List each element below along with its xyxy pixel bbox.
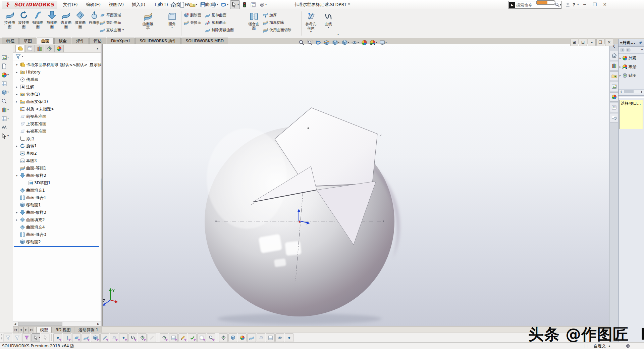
file-explorer-tab-button[interactable] [610,71,619,81]
dropdown-caret-icon[interactable]: ▾ [7,56,9,59]
view-orientation-button[interactable]: ▾ [331,39,340,46]
menu-item[interactable]: 文件(F) [60,0,81,9]
ribbon-small-button[interactable]: 删除面 [184,12,201,18]
dropdown-caret-icon[interactable]: ▾ [7,108,9,111]
dropdown-caret-icon[interactable]: ▾ [217,3,218,6]
tree-item[interactable]: 曲面填充4 [13,223,101,231]
document-tab[interactable]: 模型 [36,327,52,333]
left-toolbar-button[interactable] [0,62,13,70]
nav-back-icon[interactable]: ◀ [620,48,625,52]
sketch-point[interactable] [308,128,309,129]
ribbon-small-button[interactable]: 延伸曲面 [205,12,234,18]
custom-properties-tab-button[interactable] [610,103,619,112]
featuremanager-tab[interactable] [15,45,25,52]
left-toolbar-button[interactable] [0,79,13,88]
expand-arrow-icon[interactable]: ▸ [620,56,621,60]
dropdown-caret-icon[interactable]: ▾ [338,41,339,44]
left-toolbar-button[interactable]: ▾ [0,88,13,97]
ribbon-small-button[interactable]: 直纹曲面▾ [100,27,124,33]
ribbon-small-button[interactable]: 等距曲面 [100,19,124,26]
expand-arrow-icon[interactable]: ▸ [15,93,19,96]
filter-toggle-button[interactable] [3,333,12,342]
help-icon[interactable]: ? [573,2,575,7]
select-cursor-button[interactable]: ▾ [32,333,40,342]
command-tab[interactable]: SOLIDWORKS MBD [181,38,228,44]
edit-appearance-button[interactable] [361,39,368,46]
dropdown-caret-icon[interactable]: ▾ [227,3,228,6]
tree-item[interactable]: 草图3 [13,157,101,164]
filter-axes-button[interactable] [100,333,109,342]
help-caret-icon[interactable]: ▾ [577,3,579,6]
dropdown-caret-icon[interactable]: ▾ [7,117,9,120]
dropdown-caret-icon[interactable]: ▾ [358,41,359,44]
open-button[interactable]: ▾ [189,0,198,9]
command-tab[interactable]: 评估 [89,38,106,44]
new-document-button[interactable]: ▾ [178,0,188,9]
print-button[interactable]: ▾ [209,0,219,9]
expand-arrow-icon[interactable]: ▾ [15,174,19,177]
quick-snap-8-button[interactable] [285,333,293,342]
section-view-button[interactable] [323,39,330,46]
last-tab-icon[interactable]: ▶| [29,327,34,333]
dimxpert-manager-tab[interactable] [45,45,54,52]
home-tab-button[interactable] [610,51,619,60]
user-account-icon[interactable] [565,2,571,8]
ribbon-small-button[interactable]: 替换面 [184,19,201,26]
dropdown-caret-icon[interactable]: ▾ [122,29,124,31]
document-tab[interactable]: 运动算例 1 [75,327,102,333]
tree-item[interactable]: ▸曲面实体(3) [13,98,101,105]
dropdown-caret-icon[interactable]: ▾ [196,3,197,6]
command-tab[interactable]: 曲面 [37,38,54,44]
appearance-tree-item[interactable]: ▸布景 [619,62,644,71]
menu-item[interactable]: 编辑(E) [83,0,104,9]
restore-doc-button[interactable]: ❐ [596,39,604,46]
filters-active-button[interactable] [22,333,31,342]
search-caret-icon[interactable]: ▾ [560,4,561,6]
tree-item[interactable]: 草图2 [13,150,101,157]
ribbon-button[interactable]: 扫描曲面 [31,9,45,36]
command-tab[interactable]: 钣金 [54,38,71,44]
close-doc-button[interactable]: × [605,39,613,46]
ribbon-small-button[interactable]: 加厚 [263,12,291,18]
quick-snap-7-button[interactable] [275,333,284,342]
filter-vertices-button[interactable] [53,333,62,342]
ribbon-small-button[interactable]: 使用曲面切除 [263,27,291,33]
expand-arrow-icon[interactable]: ▸ [620,74,621,77]
scroll-left-icon[interactable]: ◀ [13,322,17,326]
ribbon-button[interactable]: 填充曲面 [73,9,87,36]
filter-midpoints-button[interactable] [138,333,147,342]
filter-caret-icon[interactable]: ▾ [22,55,23,58]
task-pane-header[interactable]: «外观... [619,39,644,47]
quick-snap-4-button[interactable] [247,333,256,342]
ribbon-small-button[interactable]: 平面区域 [100,12,124,18]
prev-tab-icon[interactable]: ◀ [18,327,23,333]
next-tab-icon[interactable]: ▶ [23,327,29,333]
menu-item[interactable]: 插入(I) [128,0,149,9]
display-style-button[interactable]: ▾ [341,39,350,46]
pane-horizontal-scrollbar[interactable]: ❮ ❯ [619,89,644,94]
scrollbar-thumb[interactable] [18,322,62,326]
tree-item[interactable]: 曲面-等距1 [13,164,101,172]
ribbon-button[interactable]: 缝合曲面 [247,11,261,37]
tree-horizontal-scrollbar[interactable]: ◀ ▶ [13,321,101,326]
expand-arrow-icon[interactable]: ▸ [620,65,621,68]
quick-snap-2-button[interactable] [228,333,237,342]
tree-item[interactable]: 前视基准面 [13,113,101,120]
options-list-button[interactable] [249,0,257,9]
dropdown-caret-icon[interactable]: ▾ [265,3,267,6]
tree-item[interactable]: 曲面-缝合3 [13,231,101,238]
clear-filters-button[interactable] [13,333,21,342]
zoom-area-button[interactable] [306,39,314,46]
rollback-bar[interactable] [14,246,99,247]
dropdown-caret-icon[interactable]: ▾ [39,336,40,339]
previous-view-button[interactable] [315,39,322,46]
appearances-tab-button[interactable] [610,92,619,102]
ribbon-button[interactable]: 圆角▾ [165,11,179,37]
dropdown-caret-icon[interactable]: ▾ [7,91,9,94]
tree-item[interactable]: ▸曲面-放样3 [13,209,101,216]
save-button[interactable]: ▾ [199,0,209,9]
ribbon-flyout-caret-icon[interactable]: ▾ [337,33,339,36]
zoom-fit-button[interactable] [298,39,305,46]
minimize-doc-button[interactable]: – [588,39,596,46]
dropdown-caret-icon[interactable]: ▾ [206,3,208,6]
